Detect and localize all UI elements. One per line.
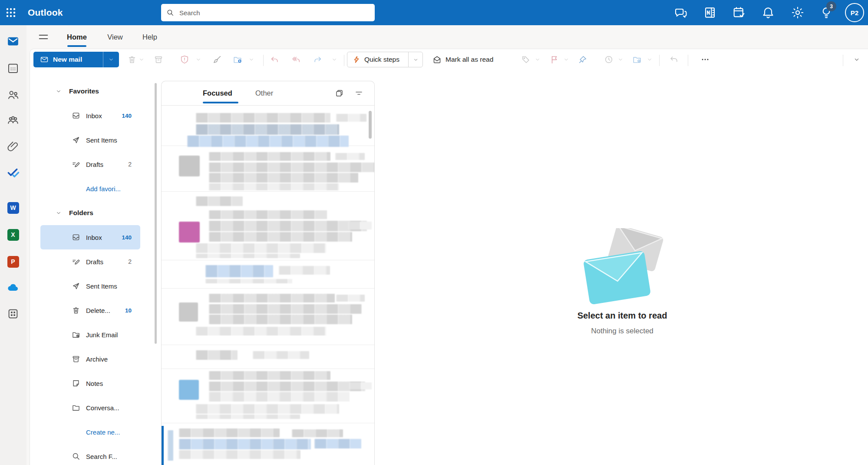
quick-steps-dropdown[interactable] bbox=[409, 52, 422, 67]
app-launcher-icon[interactable] bbox=[4, 6, 18, 20]
folder-item-archive[interactable]: Archive bbox=[40, 347, 140, 371]
new-mail-button[interactable]: New mail bbox=[33, 52, 119, 67]
unread-count: 2 bbox=[128, 258, 132, 265]
new-mail-dropdown[interactable] bbox=[103, 52, 119, 67]
redacted-text bbox=[196, 124, 339, 135]
folder-item-junk-email[interactable]: Junk Email bbox=[40, 322, 140, 347]
send-icon bbox=[72, 282, 80, 290]
search-icon bbox=[166, 9, 174, 17]
teams-chat-icon[interactable] bbox=[674, 6, 688, 20]
snooze-chevron-icon[interactable] bbox=[617, 56, 624, 63]
folder-link-add-favori---[interactable]: Add favori... bbox=[40, 176, 140, 201]
flag-chevron-icon[interactable] bbox=[563, 56, 569, 63]
delete-chevron-icon[interactable] bbox=[139, 56, 145, 63]
folder-item-sent-items[interactable]: Sent Items bbox=[40, 128, 140, 152]
ribbon-menu-icon[interactable] bbox=[37, 31, 50, 43]
redacted-text bbox=[196, 196, 243, 206]
message-row[interactable] bbox=[162, 209, 374, 258]
rail-item-more-apps[interactable] bbox=[7, 307, 20, 320]
snooze-button[interactable] bbox=[602, 53, 616, 66]
folder-pane-scrollbar[interactable] bbox=[155, 83, 157, 344]
flag-button[interactable] bbox=[548, 53, 561, 66]
rail-item-excel[interactable]: X bbox=[7, 228, 20, 241]
message-row[interactable] bbox=[162, 262, 374, 284]
message-row-selected[interactable] bbox=[162, 426, 374, 465]
search-input[interactable] bbox=[178, 9, 370, 17]
folder-item-drafts[interactable]: Drafts2 bbox=[40, 152, 140, 176]
rail-item-attachments[interactable] bbox=[7, 140, 20, 153]
message-row[interactable] bbox=[162, 108, 374, 145]
tag-chevron-icon[interactable] bbox=[535, 56, 541, 63]
rail-item-onedrive[interactable] bbox=[7, 281, 20, 294]
folder-link-create-ne---[interactable]: Create ne... bbox=[40, 420, 140, 444]
pin-button[interactable] bbox=[576, 53, 590, 66]
empty-state-title: Select an item to read bbox=[557, 311, 687, 321]
folder-item-sent-items[interactable]: Sent Items bbox=[40, 274, 140, 298]
quick-steps-button[interactable]: Quick steps bbox=[347, 52, 423, 67]
rail-item-calendar[interactable] bbox=[7, 62, 20, 75]
select-all-icon[interactable] bbox=[335, 89, 344, 98]
my-day-calendar-icon[interactable] bbox=[732, 6, 746, 20]
redacted-text bbox=[335, 153, 365, 160]
folder-item-drafts[interactable]: Drafts2 bbox=[40, 249, 140, 274]
toolbar-divider bbox=[659, 55, 660, 66]
redacted-text bbox=[209, 304, 362, 314]
redacted-text bbox=[209, 392, 350, 402]
folder-item-inbox[interactable]: Inbox140 bbox=[40, 225, 140, 249]
folder-section-header[interactable]: Folders bbox=[30, 201, 156, 225]
rail-item-word[interactable]: W bbox=[7, 201, 20, 214]
folder-item-notes[interactable]: Notes bbox=[40, 371, 140, 395]
reply-all-button[interactable] bbox=[289, 53, 303, 66]
folder-item-conversa---[interactable]: Conversa... bbox=[40, 395, 140, 420]
filter-icon[interactable] bbox=[354, 89, 363, 98]
search-bar[interactable] bbox=[161, 4, 375, 21]
collapse-ribbon-button[interactable] bbox=[850, 53, 864, 66]
rail-item-mail[interactable] bbox=[7, 35, 20, 48]
rail-item-to-do[interactable] bbox=[7, 166, 20, 179]
overflow-button[interactable] bbox=[698, 53, 712, 66]
tab-other[interactable]: Other bbox=[255, 81, 273, 105]
rules-chevron-icon[interactable] bbox=[647, 56, 653, 63]
move-to-chevron-icon[interactable] bbox=[248, 56, 254, 63]
redacted-text bbox=[196, 350, 238, 360]
folder-item-delete---[interactable]: Delete...10 bbox=[40, 298, 140, 322]
rail-item-groups[interactable] bbox=[7, 114, 20, 127]
folder-section-header[interactable]: Favorites bbox=[30, 79, 156, 103]
envelopes-illustration bbox=[578, 228, 667, 306]
toolbar-divider bbox=[263, 55, 264, 66]
sender-avatar bbox=[179, 302, 198, 322]
message-row[interactable] bbox=[162, 195, 374, 208]
forward-button[interactable] bbox=[311, 53, 325, 66]
tab-help[interactable]: Help bbox=[137, 29, 162, 45]
search-icon bbox=[72, 452, 80, 461]
report-button[interactable] bbox=[178, 53, 191, 66]
report-chevron-icon[interactable] bbox=[195, 56, 201, 63]
message-row[interactable] bbox=[162, 369, 374, 422]
delete-button[interactable] bbox=[125, 53, 139, 66]
rail-item-people[interactable] bbox=[7, 88, 20, 101]
rail-item-powerpoint[interactable]: P bbox=[7, 255, 20, 268]
notifications-bell-icon[interactable] bbox=[761, 6, 775, 20]
list-divider bbox=[162, 369, 374, 369]
onenote-feed-icon[interactable] bbox=[703, 6, 717, 20]
tag-button[interactable] bbox=[519, 53, 533, 66]
message-row[interactable] bbox=[162, 290, 374, 342]
undo-button[interactable] bbox=[667, 53, 681, 66]
message-row[interactable] bbox=[162, 149, 374, 189]
message-row[interactable] bbox=[162, 348, 374, 369]
tab-home[interactable]: Home bbox=[64, 29, 89, 45]
settings-gear-icon[interactable] bbox=[791, 6, 805, 20]
folder-item-inbox[interactable]: Inbox140 bbox=[40, 103, 140, 128]
list-divider bbox=[162, 191, 374, 192]
sweep-button[interactable] bbox=[210, 53, 224, 66]
mark-all-read-button[interactable]: Mark all as read bbox=[428, 52, 498, 67]
active-tab-indicator bbox=[67, 45, 86, 47]
rules-button[interactable] bbox=[630, 53, 644, 66]
forward-chevron-icon[interactable] bbox=[331, 56, 337, 63]
archive-button[interactable] bbox=[152, 53, 165, 66]
tab-view[interactable]: View bbox=[102, 29, 128, 45]
reply-button[interactable] bbox=[267, 53, 281, 66]
folder-item-search-f---[interactable]: Search F... bbox=[40, 444, 140, 465]
account-avatar[interactable]: P2 bbox=[845, 3, 864, 22]
move-to-button[interactable] bbox=[231, 53, 244, 66]
